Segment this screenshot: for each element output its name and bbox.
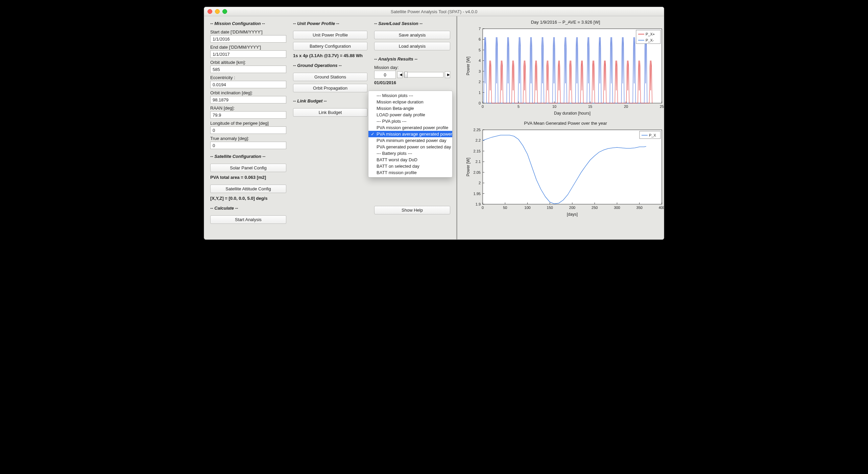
window-title: Satellite Power Analysis Tool (SPAT) - v… — [204, 9, 664, 14]
show-help-button[interactable]: Show Help — [374, 206, 450, 214]
inclination-label: Orbit inclination [deg]: — [210, 90, 286, 95]
svg-text:Power [W]: Power [W] — [466, 158, 471, 176]
mission-day-label: Mission day: — [374, 65, 450, 70]
plot-menu-item[interactable]: PVA mission average generated power — [368, 131, 452, 137]
svg-text:0: 0 — [479, 101, 481, 105]
link-budget-button[interactable]: Link Budget — [293, 108, 367, 117]
bottom-plot-svg: 0501001502002503003504001.91.9522.052.12… — [464, 126, 664, 218]
eccentricity-input[interactable] — [210, 81, 286, 88]
altitude-input[interactable] — [210, 66, 286, 73]
end-date-input[interactable] — [210, 50, 286, 58]
bottom-plot: PVA Mean Generated Power over the year 0… — [464, 121, 664, 218]
battery-config-button[interactable]: Battery Configuration — [293, 42, 367, 50]
solar-panel-config-button[interactable]: Solar Panel Config — [210, 164, 286, 172]
svg-text:250: 250 — [592, 206, 598, 210]
svg-text:2: 2 — [479, 80, 481, 84]
plot-menu-item: --- Battery plots --- — [368, 150, 452, 157]
svg-text:0: 0 — [482, 206, 484, 210]
svg-text:2.2: 2.2 — [476, 138, 481, 142]
plot-menu-item[interactable]: LOAD power daily profile — [368, 112, 452, 118]
battery-line: 1s x 4p (3.1Ah @3.7V) = 45.88 Wh — [293, 53, 367, 58]
left-pane: -- Mission Configuration -- Start date [… — [204, 16, 457, 239]
svg-text:300: 300 — [614, 206, 620, 210]
end-date-label: End date ['DD/MM/YYYY'] — [210, 45, 286, 50]
svg-text:1.95: 1.95 — [474, 192, 481, 196]
svg-text:50: 50 — [503, 206, 507, 210]
attitude-config-button[interactable]: Satellite Attitude Config — [210, 185, 286, 193]
altitude-label: Orbit altitude [km]: — [210, 60, 286, 65]
svg-text:4: 4 — [479, 58, 481, 63]
mission-day-dec-button[interactable]: ◀ — [397, 71, 403, 78]
svg-text:3: 3 — [479, 69, 481, 73]
bottom-plot-title: PVA Mean Generated Power over the year — [464, 121, 664, 126]
svg-text:6: 6 — [479, 37, 481, 41]
inclination-input[interactable] — [210, 96, 286, 103]
plot-menu-item[interactable]: PVA minimum generated power day — [368, 137, 452, 144]
svg-text:2.1: 2.1 — [476, 160, 481, 164]
mission-day-slider[interactable] — [404, 72, 443, 77]
calculate-header: -- Calculate -- — [210, 206, 286, 211]
svg-text:2.05: 2.05 — [474, 170, 481, 174]
app-window: Satellite Power Analysis Tool (SPAT) - v… — [204, 7, 664, 240]
svg-text:1.9: 1.9 — [476, 202, 481, 206]
unit-power-profile-button[interactable]: Unit Power Profile — [293, 31, 367, 39]
start-analysis-button[interactable]: Start Analysis — [210, 215, 286, 224]
svg-text:25: 25 — [660, 104, 664, 109]
session-header: -- Save/Load Session -- — [374, 21, 450, 26]
mission-day-input[interactable] — [374, 71, 396, 79]
mission-config-header: -- Mission Configuration -- — [210, 21, 286, 26]
svg-text:150: 150 — [547, 206, 553, 210]
longperigee-label: Longitude of the perigee [deg] — [210, 121, 286, 126]
plot-menu-item[interactable]: Mission eclipse duration — [368, 99, 452, 105]
save-analysis-button[interactable]: Save analysis — [374, 31, 450, 39]
plot-menu-item[interactable]: BATT on selected day — [368, 163, 452, 169]
svg-text:P_X: P_X — [649, 133, 656, 137]
mission-day-inc-button[interactable]: ▶ — [445, 71, 450, 78]
svg-text:10: 10 — [552, 104, 556, 109]
selected-date: 01/01/2016 — [374, 80, 450, 85]
ground-stations-button[interactable]: Ground Stations — [293, 73, 367, 81]
plot-menu-item[interactable]: PVA generated power on selected day — [368, 144, 452, 150]
svg-text:15: 15 — [588, 104, 592, 109]
attitude-line: [X,Y,Z] = [0.0, 0.0, 5.0] deg/s — [210, 196, 286, 201]
svg-text:[days]: [days] — [567, 212, 578, 217]
orbit-propagation-button[interactable]: Orbit Propagation — [293, 84, 367, 92]
longperigee-input[interactable] — [210, 126, 286, 134]
plot-menu-item[interactable]: PVA mission generated power profile — [368, 124, 452, 131]
plot-menu-item[interactable]: BATT mission profile — [368, 169, 452, 176]
svg-text:20: 20 — [624, 104, 628, 109]
raan-input[interactable] — [210, 111, 286, 119]
ground-ops-header: -- Ground Operations -- — [293, 63, 367, 68]
start-date-label: Start date ['DD/MM/YYYY'] — [210, 29, 286, 34]
top-plot-title: Day 1/9/2016 -- P_AVE = 3.926 [W] — [464, 20, 664, 25]
svg-text:1: 1 — [479, 91, 481, 95]
plots-pane: Day 1/9/2016 -- P_AVE = 3.926 [W] 051015… — [457, 16, 664, 239]
svg-text:400: 400 — [659, 206, 664, 210]
load-analysis-button[interactable]: Load analysis — [374, 42, 450, 50]
plot-menu-item[interactable]: BATT worst day DoD — [368, 157, 452, 163]
svg-text:2: 2 — [479, 181, 481, 185]
unit-power-header: -- Unit Power Profile -- — [293, 21, 367, 26]
svg-text:2.25: 2.25 — [474, 128, 481, 132]
svg-text:100: 100 — [524, 206, 530, 210]
plot-menu-item: --- PVA plots --- — [368, 118, 452, 124]
raan-label: RAAN [deg]: — [210, 105, 286, 111]
link-budget-header: -- Link Budget -- — [293, 98, 367, 103]
svg-text:Power [W]: Power [W] — [466, 56, 471, 75]
svg-text:200: 200 — [569, 206, 575, 210]
trueanom-input[interactable] — [210, 142, 286, 149]
start-date-input[interactable] — [210, 35, 286, 43]
plot-menu-item[interactable]: Mission Beta-angle — [368, 105, 452, 112]
plot-type-menu[interactable]: --- Mission plots ---Mission eclipse dur… — [368, 91, 453, 177]
svg-text:7: 7 — [479, 27, 481, 31]
results-header: -- Analysis Results -- — [374, 56, 450, 62]
svg-text:Day duration [hours]: Day duration [hours] — [554, 111, 590, 116]
svg-text:350: 350 — [636, 206, 643, 210]
plot-menu-item: --- Mission plots --- — [368, 92, 452, 99]
titlebar: Satellite Power Analysis Tool (SPAT) - v… — [204, 7, 664, 16]
svg-text:5: 5 — [517, 104, 520, 109]
sat-config-header: -- Satellite Configuration -- — [210, 154, 286, 159]
svg-rect-36 — [483, 130, 662, 204]
top-plot: Day 1/9/2016 -- P_AVE = 3.926 [W] 051015… — [464, 20, 664, 117]
svg-text:5: 5 — [479, 48, 481, 52]
